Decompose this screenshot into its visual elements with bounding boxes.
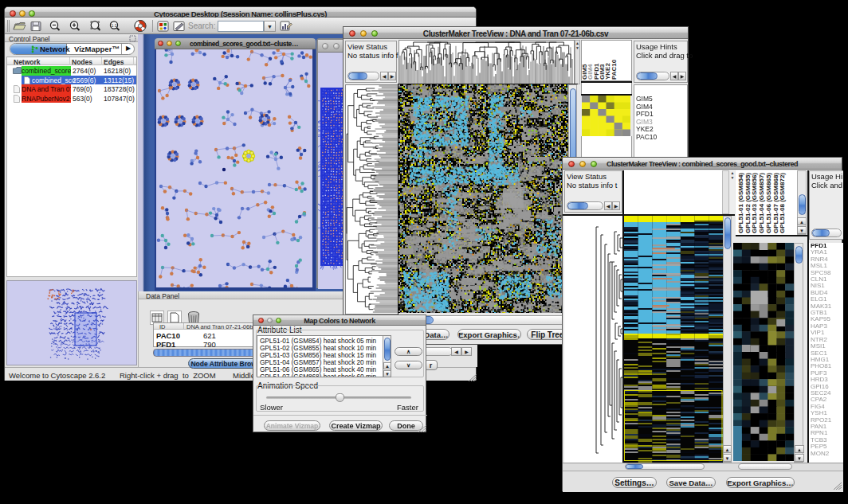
- svg-text:1:1: 1:1: [111, 23, 117, 28]
